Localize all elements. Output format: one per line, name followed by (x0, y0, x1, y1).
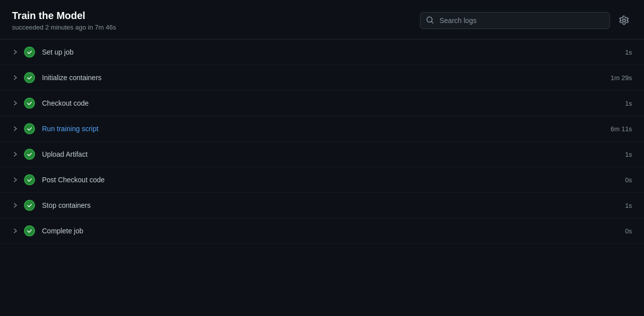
job-name: Run training script (42, 125, 602, 133)
success-icon (24, 174, 35, 185)
chevron-right-icon (12, 100, 18, 106)
job-duration: 6m 11s (602, 125, 632, 133)
job-name: Upload Artifact (42, 150, 602, 158)
job-name: Initialize containers (42, 74, 602, 82)
job-name: Set up job (42, 48, 602, 56)
job-duration: 1s (602, 49, 632, 56)
job-duration: 0s (602, 176, 632, 184)
success-icon (24, 47, 35, 58)
job-duration: 1s (602, 100, 632, 107)
search-input[interactable] (420, 12, 610, 29)
success-icon (24, 72, 35, 83)
chevron-right-icon (12, 75, 18, 81)
chevron-right-icon (12, 151, 18, 157)
job-duration: 1s (602, 202, 632, 209)
success-icon (24, 123, 35, 134)
job-item[interactable]: Checkout code 1s (0, 91, 644, 116)
gear-icon (619, 16, 629, 26)
job-item[interactable]: Set up job 1s (0, 40, 644, 65)
success-icon (24, 200, 35, 211)
page-header: Train the Model succeeded 2 minutes ago … (0, 0, 644, 40)
chevron-right-icon (12, 126, 18, 132)
job-item[interactable]: Stop containers 1s (0, 193, 644, 218)
job-name: Checkout code (42, 99, 602, 107)
search-container (420, 12, 610, 29)
chevron-right-icon (12, 202, 18, 208)
job-duration: 1m 29s (602, 74, 632, 82)
settings-button[interactable] (616, 13, 632, 29)
job-name: Stop containers (42, 201, 602, 209)
chevron-right-icon (12, 49, 18, 55)
success-icon (24, 149, 35, 160)
job-item[interactable]: Run training script 6m 11s (0, 116, 644, 142)
success-icon (24, 98, 35, 109)
header-right (420, 12, 632, 29)
job-duration: 1s (602, 151, 632, 158)
job-list: Set up job 1s Initialize containers 1m 2… (0, 40, 644, 244)
page-subtitle: succeeded 2 minutes ago in 7m 46s (12, 24, 116, 31)
job-item[interactable]: Complete job 0s (0, 218, 644, 244)
job-duration: 0s (602, 227, 632, 235)
success-icon (24, 225, 35, 236)
chevron-right-icon (12, 228, 18, 234)
job-item[interactable]: Initialize containers 1m 29s (0, 65, 644, 91)
header-left: Train the Model succeeded 2 minutes ago … (12, 10, 116, 31)
chevron-right-icon (12, 177, 18, 183)
job-name: Complete job (42, 227, 602, 235)
page-title: Train the Model (12, 10, 116, 22)
job-item[interactable]: Post Checkout code 0s (0, 167, 644, 193)
job-item[interactable]: Upload Artifact 1s (0, 142, 644, 167)
job-name: Post Checkout code (42, 176, 602, 184)
